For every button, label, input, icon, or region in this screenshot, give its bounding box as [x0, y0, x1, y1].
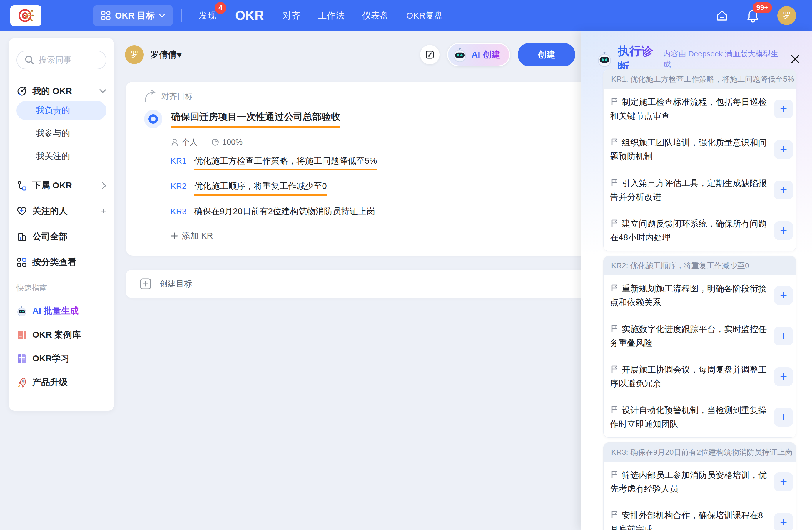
flag-icon: [610, 137, 619, 146]
suggestion-item: 重新规划施工流程图，明确各阶段衔接点和依赖关系 +: [604, 275, 796, 316]
sidebar-item-followed-people[interactable]: 关注的人 +: [16, 205, 106, 217]
nav-item-okr-review[interactable]: OKR复盘: [406, 10, 443, 22]
suggestion-item: 设计自动化预警机制，当检测到重复操作时立即通知团队 +: [604, 397, 796, 438]
sidebar-group-my-okr[interactable]: 我的 OKR: [16, 85, 106, 97]
suggestion-text: 重新规划施工流程图，明确各阶段衔接点和依赖关系: [610, 284, 767, 307]
close-panel-button[interactable]: [789, 53, 801, 65]
kr3-section-header: KR3: 确保在9月20日前有2位建构筑物消防员持证上岗: [604, 443, 796, 462]
objective-title[interactable]: 确保回迁房项目一次性通过公司总部验收: [171, 111, 340, 128]
search-icon: [24, 55, 35, 65]
sidebar-item-ai-batch-generate[interactable]: AI 批量生成: [16, 305, 106, 317]
chevron-right-icon: [102, 182, 106, 189]
plus-square-icon: [139, 278, 152, 290]
add-suggestion-button[interactable]: +: [774, 513, 793, 530]
kr1-text[interactable]: 优化施工方检查工作策略，将施工问题降低至5%: [194, 155, 377, 171]
flag-icon: [610, 283, 619, 292]
suggestion-text: 制定施工检查标准流程，包括每日巡检和关键节点审查: [610, 97, 767, 120]
owner-header: 罗 罗倩倩♥ AI 创建 创建: [125, 43, 575, 67]
add-suggestion-button[interactable]: +: [774, 367, 793, 386]
sidebar-item-okr-case-library[interactable]: OKR 案例库: [16, 329, 106, 341]
company-icon: [16, 232, 27, 242]
app-switcher-button[interactable]: OKR 目标: [93, 5, 173, 27]
suggestion-item: 制定施工检查标准流程，包括每日巡检和关键节点审查 +: [604, 89, 796, 129]
suggestion-text: 开展施工协调会议，每周复盘并调整工序以避免冗余: [610, 365, 767, 388]
search-colleague-box[interactable]: [16, 50, 106, 69]
quick-guide-label: 快速指南: [16, 283, 106, 293]
sidebar-item-followed-people-label: 关注的人: [32, 205, 68, 217]
flag-icon: [610, 365, 619, 373]
sidebar-item-followed[interactable]: 我关注的: [16, 147, 106, 166]
chevron-down-icon[interactable]: [99, 89, 106, 93]
add-suggestion-button[interactable]: +: [774, 140, 793, 159]
search-input[interactable]: [39, 55, 99, 65]
nav-item-okr[interactable]: OKR: [235, 8, 264, 23]
sidebar-item-subordinate-okr[interactable]: 下属 OKR: [16, 179, 106, 192]
flag-icon: [610, 324, 619, 333]
kr2-text[interactable]: 优化施工顺序，将重复工作减少至0: [194, 180, 327, 196]
kr-row-2: KR2 优化施工顺序，将重复工作减少至0: [171, 180, 327, 196]
header-actions: AI 创建 创建: [420, 43, 575, 67]
sidebar-item-ai-batch-generate-label: AI 批量生成: [32, 305, 79, 317]
flag-icon: [610, 510, 619, 519]
topbar-right-cluster: 99+ 罗: [715, 6, 796, 25]
heart-plus-icon: [16, 206, 27, 217]
sidebar-item-product-upgrade[interactable]: 产品升级: [16, 376, 106, 388]
suggestion-text: 安排外部机构合作，确保培训课程在8月底前完成: [610, 511, 763, 530]
add-suggestion-button[interactable]: +: [774, 408, 793, 427]
nav-item-align[interactable]: 对齐: [283, 10, 301, 22]
pie-chart-icon: [211, 138, 219, 146]
add-kr-button[interactable]: 添加 KR: [171, 230, 213, 242]
create-button[interactable]: 创建: [518, 43, 575, 67]
ai-create-button[interactable]: AI 创建: [447, 43, 510, 67]
suggestion-text: 筛选内部员工参加消防员资格培训，优先考虑有经验人员: [610, 470, 767, 494]
kr3-text[interactable]: 确保在9月20日前有2位建构筑物消防员持证上岗: [194, 206, 375, 217]
sidebar-item-owned-by-me[interactable]: 我负责的: [16, 101, 106, 120]
sidebar: 我的 OKR 我负责的 我参与的 我关注的 下属 OKR 关注的人 + 公司全部: [9, 38, 114, 411]
add-suggestion-button[interactable]: +: [774, 221, 793, 240]
align-goal-row[interactable]: 对齐目标: [144, 90, 193, 102]
kr2-label: KR2: [171, 181, 186, 191]
suggestion-text: 建立问题反馈闭环系统，确保所有问题在48小时内处理: [610, 219, 767, 242]
curved-arrow-icon: [144, 90, 157, 102]
add-person-button[interactable]: +: [101, 206, 106, 217]
nav-item-dashboard[interactable]: 仪表盘: [362, 10, 389, 22]
create-objective-card[interactable]: 创建目标: [126, 270, 597, 298]
sidebar-group-my-okr-label: 我的 OKR: [32, 85, 72, 97]
sidebar-item-okr-learning[interactable]: OKR学习: [16, 353, 106, 365]
owner-avatar[interactable]: 罗: [125, 45, 144, 64]
add-suggestion-button[interactable]: +: [774, 100, 793, 118]
sidebar-item-participated[interactable]: 我参与的: [16, 124, 106, 143]
add-kr-label: 添加 KR: [182, 230, 213, 242]
kr-row-1: KR1 优化施工方检查工作策略，将施工问题降低至5%: [171, 155, 377, 171]
notifications-button[interactable]: 99+: [746, 9, 760, 23]
add-suggestion-button[interactable]: +: [774, 327, 793, 345]
edit-button[interactable]: [420, 45, 439, 64]
ai-create-label: AI 创建: [472, 49, 501, 61]
dartboard-logo-icon: [17, 7, 34, 24]
create-objective-label: 创建目标: [159, 278, 192, 289]
app-logo[interactable]: [10, 5, 41, 26]
home-button[interactable]: [715, 9, 729, 23]
sidebar-item-company-all[interactable]: 公司全部: [16, 231, 106, 243]
sidebar-item-view-by-category-label: 按分类查看: [32, 256, 76, 268]
kr-suggestion-sections: KR1: 优化施工方检查工作策略，将施工问题降低至5% 制定施工检查标准流程，包…: [603, 69, 796, 530]
nav-item-discover[interactable]: 发现 4: [199, 10, 216, 22]
add-suggestion-button[interactable]: +: [774, 286, 793, 305]
panel-header: 执行诊断 内容由 Deepseek 满血版大模型生成: [581, 31, 812, 75]
kr3-label: KR3: [171, 207, 186, 216]
nav-item-methodology[interactable]: 工作法: [318, 10, 345, 22]
add-suggestion-button[interactable]: +: [774, 472, 793, 491]
objective-o-icon: [144, 110, 162, 128]
red-book-icon: [16, 330, 27, 340]
robot-icon: [596, 51, 612, 67]
user-avatar[interactable]: 罗: [777, 6, 796, 25]
target-icon: [16, 86, 27, 97]
flag-icon: [610, 178, 619, 187]
sidebar-item-okr-learning-label: OKR学习: [32, 353, 70, 365]
execution-diagnosis-panel: 执行诊断 内容由 Deepseek 满血版大模型生成 KR1: 优化施工方检查工…: [581, 31, 812, 530]
sidebar-item-view-by-category[interactable]: 按分类查看: [16, 256, 106, 268]
sidebar-item-product-upgrade-label: 产品升级: [32, 376, 68, 388]
add-suggestion-button[interactable]: +: [774, 181, 793, 200]
objective-progress: 100%: [211, 138, 243, 147]
robot-icon: [452, 47, 467, 62]
